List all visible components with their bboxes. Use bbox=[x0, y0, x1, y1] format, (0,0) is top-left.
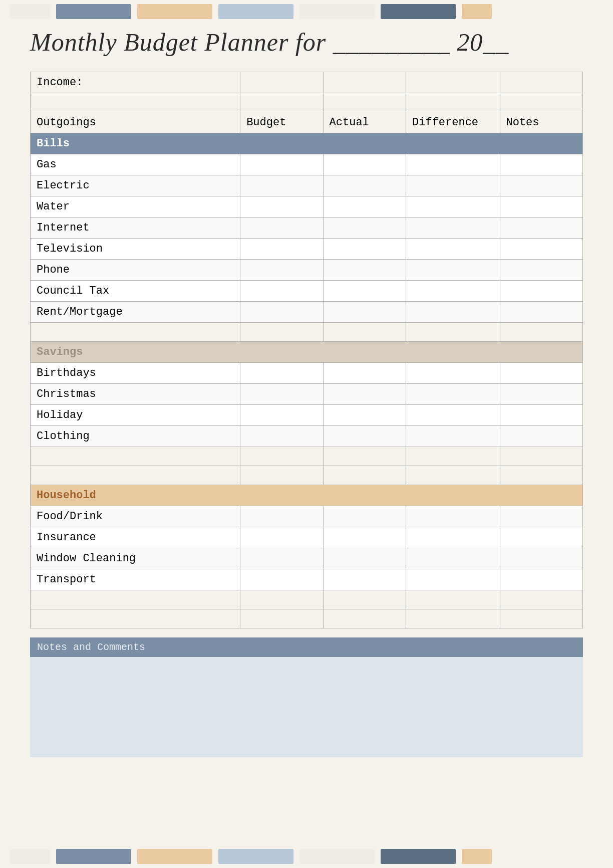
actual-transport[interactable] bbox=[323, 569, 406, 590]
notes-food-drink[interactable] bbox=[500, 506, 582, 527]
diff-water[interactable] bbox=[406, 196, 500, 218]
row-food-drink: Food/Drink bbox=[31, 506, 583, 527]
income-actual-cell[interactable] bbox=[323, 72, 406, 93]
notes-clothing[interactable] bbox=[500, 426, 582, 447]
income-notes-cell[interactable] bbox=[500, 72, 582, 93]
diff-transport[interactable] bbox=[406, 569, 500, 590]
diff-television[interactable] bbox=[406, 239, 500, 260]
notes-water[interactable] bbox=[500, 196, 582, 218]
budget-electric[interactable] bbox=[240, 175, 323, 196]
budget-window-cleaning[interactable] bbox=[240, 548, 323, 569]
row-transport: Transport bbox=[31, 569, 583, 590]
notes-electric[interactable] bbox=[500, 175, 582, 196]
label-insurance: Insurance bbox=[31, 527, 240, 548]
income-diff-cell[interactable] bbox=[406, 72, 500, 93]
actual-rent-mortgage[interactable] bbox=[323, 302, 406, 323]
actual-clothing[interactable] bbox=[323, 426, 406, 447]
diff-phone[interactable] bbox=[406, 260, 500, 281]
actual-insurance[interactable] bbox=[323, 527, 406, 548]
blank-row-household-2 bbox=[31, 609, 583, 628]
budget-internet[interactable] bbox=[240, 218, 323, 239]
budget-council-tax[interactable] bbox=[240, 281, 323, 302]
notes-window-cleaning[interactable] bbox=[500, 548, 582, 569]
diff-electric[interactable] bbox=[406, 175, 500, 196]
budget-table-container: Income: Outgoings Budget Actual Differen… bbox=[30, 72, 583, 628]
actual-gas[interactable] bbox=[323, 154, 406, 175]
notes-transport[interactable] bbox=[500, 569, 582, 590]
notes-rent-mortgage[interactable] bbox=[500, 302, 582, 323]
notes-insurance[interactable] bbox=[500, 527, 582, 548]
budget-holiday[interactable] bbox=[240, 405, 323, 426]
deco-bottom-3 bbox=[137, 849, 212, 864]
budget-television[interactable] bbox=[240, 239, 323, 260]
label-holiday: Holiday bbox=[31, 405, 240, 426]
budget-rent-mortgage[interactable] bbox=[240, 302, 323, 323]
budget-clothing[interactable] bbox=[240, 426, 323, 447]
col-header-difference: Difference bbox=[406, 112, 500, 133]
notes-section: Notes and Comments bbox=[30, 637, 583, 757]
notes-television[interactable] bbox=[500, 239, 582, 260]
actual-television[interactable] bbox=[323, 239, 406, 260]
label-transport: Transport bbox=[31, 569, 240, 590]
label-internet: Internet bbox=[31, 218, 240, 239]
notes-phone[interactable] bbox=[500, 260, 582, 281]
label-water: Water bbox=[31, 196, 240, 218]
actual-window-cleaning[interactable] bbox=[323, 548, 406, 569]
deco-block-6 bbox=[381, 4, 456, 19]
diff-christmas[interactable] bbox=[406, 384, 500, 405]
diff-food-drink[interactable] bbox=[406, 506, 500, 527]
page-title-area: Monthly Budget Planner for _________ 20_… bbox=[30, 28, 613, 57]
notes-birthdays[interactable] bbox=[500, 363, 582, 384]
budget-birthdays[interactable] bbox=[240, 363, 323, 384]
income-budget-cell[interactable] bbox=[240, 72, 323, 93]
deco-bottom-4 bbox=[218, 849, 293, 864]
label-window-cleaning: Window Cleaning bbox=[31, 548, 240, 569]
notes-body[interactable] bbox=[30, 657, 583, 757]
diff-insurance[interactable] bbox=[406, 527, 500, 548]
row-christmas: Christmas bbox=[31, 384, 583, 405]
diff-internet[interactable] bbox=[406, 218, 500, 239]
budget-phone[interactable] bbox=[240, 260, 323, 281]
notes-christmas[interactable] bbox=[500, 384, 582, 405]
actual-christmas[interactable] bbox=[323, 384, 406, 405]
label-rent-mortgage: Rent/Mortgage bbox=[31, 302, 240, 323]
actual-water[interactable] bbox=[323, 196, 406, 218]
diff-birthdays[interactable] bbox=[406, 363, 500, 384]
actual-holiday[interactable] bbox=[323, 405, 406, 426]
actual-electric[interactable] bbox=[323, 175, 406, 196]
deco-block-7 bbox=[462, 4, 492, 19]
budget-insurance[interactable] bbox=[240, 527, 323, 548]
budget-transport[interactable] bbox=[240, 569, 323, 590]
deco-block-4 bbox=[218, 4, 293, 19]
actual-food-drink[interactable] bbox=[323, 506, 406, 527]
diff-rent-mortgage[interactable] bbox=[406, 302, 500, 323]
budget-water[interactable] bbox=[240, 196, 323, 218]
notes-holiday[interactable] bbox=[500, 405, 582, 426]
actual-internet[interactable] bbox=[323, 218, 406, 239]
budget-food-drink[interactable] bbox=[240, 506, 323, 527]
blank-row-savings-2 bbox=[31, 466, 583, 485]
row-council-tax: Council Tax bbox=[31, 281, 583, 302]
deco-block-2 bbox=[56, 4, 131, 19]
notes-gas[interactable] bbox=[500, 154, 582, 175]
deco-block-1 bbox=[10, 4, 50, 19]
actual-phone[interactable] bbox=[323, 260, 406, 281]
actual-birthdays[interactable] bbox=[323, 363, 406, 384]
diff-gas[interactable] bbox=[406, 154, 500, 175]
notes-internet[interactable] bbox=[500, 218, 582, 239]
diff-clothing[interactable] bbox=[406, 426, 500, 447]
blank-row-bills bbox=[31, 323, 583, 342]
notes-council-tax[interactable] bbox=[500, 281, 582, 302]
row-holiday: Holiday bbox=[31, 405, 583, 426]
deco-bottom-6 bbox=[381, 849, 456, 864]
diff-window-cleaning[interactable] bbox=[406, 548, 500, 569]
section-savings-header: Savings bbox=[31, 342, 583, 363]
actual-council-tax[interactable] bbox=[323, 281, 406, 302]
row-television: Television bbox=[31, 239, 583, 260]
budget-christmas[interactable] bbox=[240, 384, 323, 405]
budget-gas[interactable] bbox=[240, 154, 323, 175]
diff-council-tax[interactable] bbox=[406, 281, 500, 302]
row-gas: Gas bbox=[31, 154, 583, 175]
row-rent-mortgage: Rent/Mortgage bbox=[31, 302, 583, 323]
diff-holiday[interactable] bbox=[406, 405, 500, 426]
